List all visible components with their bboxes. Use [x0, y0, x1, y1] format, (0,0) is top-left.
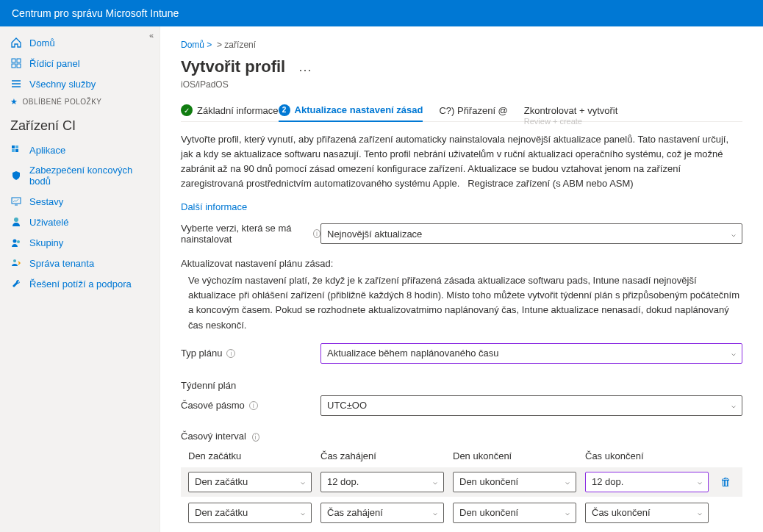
sidebar-collapse-icon[interactable]: «	[149, 31, 154, 40]
start-day-select[interactable]: Den začátku⌵	[188, 503, 312, 523]
page-title: Vytvořit profil	[181, 57, 285, 76]
start-time-select[interactable]: 12 dop.⌵	[320, 472, 444, 492]
more-info-link[interactable]: Další informace	[181, 201, 742, 212]
svg-rect-7	[15, 149, 18, 152]
chevron-down-icon: ⌵	[698, 508, 702, 517]
tab-assignments[interactable]: C?) Přiřazení @	[439, 105, 507, 116]
plan-type-select[interactable]: Aktualizace během naplánovaného času ⌵	[320, 343, 742, 364]
tab-update-policy[interactable]: 2 Aktualizace nastavení zásad	[279, 104, 423, 122]
favorites-label: ★ OBLÍBENÉ POLOŽKY	[0, 94, 160, 111]
svg-point-12	[13, 259, 16, 262]
nav-label: Všechny služby	[29, 79, 96, 90]
nav-label: Aplikace	[29, 145, 65, 156]
interval-table-header: Den začátku Čas zahájení Den ukončení Ča…	[181, 450, 742, 461]
tab-review-create[interactable]: Zkontrolovat + vytvořit Review + create	[524, 105, 618, 116]
monitor-icon	[10, 195, 22, 207]
chevron-down-icon: ⌵	[731, 230, 736, 238]
timezone-select[interactable]: UTC±OO ⌵	[320, 395, 742, 416]
nav-reports[interactable]: Sestavy	[0, 191, 160, 212]
chevron-down-icon: ⌵	[565, 478, 570, 486]
favorites-text: OBLÍBENÉ POLOŽKY	[23, 98, 102, 106]
end-day-select[interactable]: Den ukončení⌵	[453, 472, 576, 492]
top-bar: Centrum pro správu Microsoft Intune	[0, 0, 763, 26]
info-icon[interactable]: i	[313, 229, 320, 238]
select-value: Den ukončení	[459, 476, 518, 487]
svg-rect-2	[12, 64, 15, 68]
wrench-icon	[10, 278, 22, 290]
page-header: Vytvořit profil ⋯	[181, 57, 742, 78]
check-icon: ✓	[181, 104, 193, 116]
nav-apps[interactable]: Aplikace	[0, 140, 160, 160]
nav-label: Sestavy	[29, 196, 63, 207]
select-value: UTC±OO	[327, 400, 367, 411]
nav-endpoint-security[interactable]: Zabezpečení koncových bodů	[0, 160, 160, 191]
breadcrumb-home[interactable]: Domů >	[181, 40, 212, 50]
info-icon[interactable]: i	[226, 349, 235, 358]
more-actions-icon[interactable]: ⋯	[298, 62, 312, 77]
start-day-select[interactable]: Den začátku⌵	[188, 472, 312, 492]
col-start-day: Den začátku	[188, 450, 312, 461]
chevron-down-icon: ⌵	[565, 508, 570, 517]
star-icon: ★	[10, 97, 18, 107]
page-subtitle: iOS/iPadOS	[181, 79, 742, 90]
interval-row: Den začátku⌵ Čas zahájení⌵ Den ukončení⌵…	[181, 503, 742, 523]
plan-type-label: Typ plánu i	[181, 348, 320, 359]
chevron-down-icon: ⌵	[301, 508, 305, 517]
tenant-icon	[10, 257, 22, 269]
chevron-down-icon: ⌵	[301, 478, 305, 486]
breadcrumb: Domů > > zařízení	[181, 40, 742, 50]
nav-tenant[interactable]: Správa tenanta	[0, 253, 160, 273]
end-day-select[interactable]: Den ukončení⌵	[453, 503, 576, 523]
info-icon[interactable]: i	[249, 401, 258, 410]
svg-point-9	[14, 218, 18, 222]
select-value: Den ukončení	[459, 507, 518, 518]
svg-rect-5	[15, 145, 18, 148]
svg-rect-1	[17, 59, 21, 62]
version-select[interactable]: Nejnovější aktualizace ⌵	[320, 223, 742, 244]
tab-basics[interactable]: ✓ Základní informace	[181, 104, 279, 116]
user-icon	[10, 216, 22, 228]
select-value: Čas zahájení	[327, 507, 383, 518]
end-time-select[interactable]: 12 dop.⌵	[585, 472, 709, 492]
select-value: 12 dop.	[592, 476, 623, 487]
svg-point-11	[17, 240, 20, 243]
tab-label: Základní informace	[197, 105, 279, 116]
chevron-down-icon: ⌵	[433, 478, 437, 486]
nav-label: Domů	[29, 37, 55, 48]
weekly-plan-label: Týdenní plán	[181, 380, 742, 391]
nav-support[interactable]: Řešení potíží a podpora	[0, 273, 160, 294]
delete-row-icon[interactable]: 🗑	[720, 475, 731, 488]
chevron-down-icon: ⌵	[433, 508, 437, 517]
svg-rect-0	[12, 59, 15, 62]
nav-dashboard[interactable]: Řídicí panel	[0, 53, 160, 73]
tab-label: C?) Přiřazení @	[439, 105, 507, 116]
breadcrumb-current: > zařízení	[217, 40, 256, 50]
description-body: Vytvořte profil, který vynutí, aby přiřa…	[181, 134, 728, 189]
start-time-select[interactable]: Čas zahájení⌵	[320, 503, 444, 523]
wizard-tabs: ✓ Základní informace 2 Aktualizace nasta…	[181, 104, 742, 122]
select-value: Aktualizace během naplánovaného času	[327, 348, 498, 359]
dashboard-icon	[10, 57, 22, 69]
tab-ghost: Review + create	[524, 117, 582, 126]
description-tail: Registrace zařízení (s ABM nebo ASM)	[468, 178, 633, 189]
version-label: Vyberte verzi, která se má nainstalovat …	[181, 223, 320, 245]
info-icon[interactable]: i	[252, 433, 259, 442]
step-badge: 2	[279, 104, 290, 116]
col-end-time: Čas ukončení	[585, 450, 709, 461]
nav-label: Zabezpečení koncových bodů	[29, 165, 149, 187]
label-text: Časové pásmo	[181, 400, 245, 411]
svg-point-10	[13, 240, 17, 243]
select-value: Den začátku	[195, 507, 248, 518]
nav-groups[interactable]: Skupiny	[0, 232, 160, 253]
svg-rect-8	[12, 198, 21, 204]
chevron-down-icon: ⌵	[731, 401, 736, 409]
end-time-select[interactable]: Čas ukončení⌵	[585, 503, 709, 523]
svg-rect-4	[12, 145, 15, 148]
nav-users[interactable]: Uživatelé	[0, 212, 160, 232]
home-icon	[10, 37, 22, 48]
nav-home[interactable]: Domů	[0, 32, 160, 53]
svg-rect-3	[17, 64, 21, 68]
label-text: Typ plánu	[181, 348, 222, 359]
timezone-label: Časové pásmo i	[181, 400, 320, 411]
nav-all-services[interactable]: Všechny služby	[0, 73, 160, 94]
